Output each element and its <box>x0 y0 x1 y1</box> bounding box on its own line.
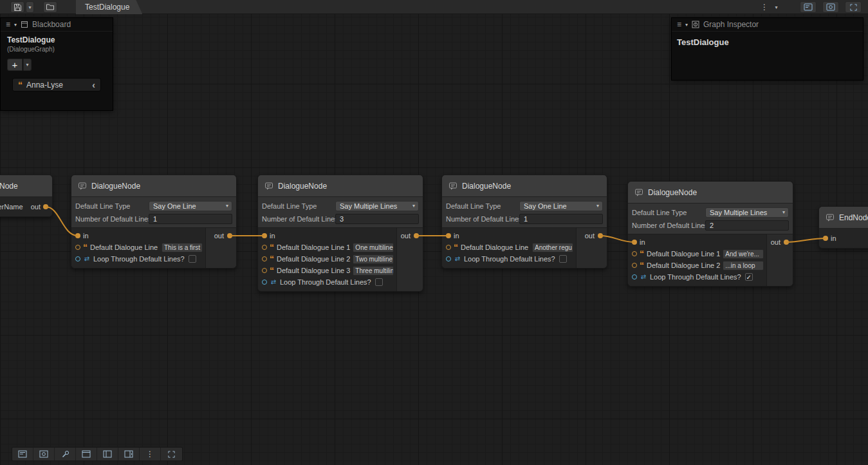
toggle-blackboard-button[interactable] <box>800 1 817 13</box>
dialogue-node-4[interactable]: DialogueNode Default Line Type Say Multi… <box>627 181 793 287</box>
string-port[interactable] <box>262 268 267 273</box>
speaker-node[interactable]: Node kerName out <box>0 175 53 217</box>
property-label: Default Line Type <box>632 209 705 216</box>
loop-checkbox[interactable] <box>189 255 196 263</box>
bool-port[interactable] <box>262 280 267 285</box>
blackboard-graph-type: (DialogueGraph) <box>7 46 106 53</box>
collapse-chevron-icon[interactable]: ▾ <box>14 22 17 28</box>
loop-checkbox[interactable]: ✓ <box>745 273 753 281</box>
minimap-toggle-button[interactable] <box>76 448 97 460</box>
inspector-icon <box>39 450 48 458</box>
tab-testdialogue[interactable]: TestDialogue <box>76 0 142 14</box>
string-port[interactable] <box>632 263 637 268</box>
drag-handle-icon[interactable]: ≡ <box>677 20 681 29</box>
string-port[interactable] <box>632 251 637 256</box>
node-title-bar[interactable]: DialogueNode <box>258 175 423 197</box>
graph-inspector-panel[interactable]: ≡ ▾ Graph Inspector TestDialogue <box>671 17 863 81</box>
board-toggle-button[interactable] <box>97 448 118 460</box>
node-title-bar[interactable]: DialogueNode <box>628 182 793 204</box>
chevron-down-icon: ▾ <box>775 5 777 10</box>
node-title-bar[interactable]: DialogueNode <box>442 175 607 197</box>
output-port[interactable] <box>414 233 419 238</box>
chevron-left-icon[interactable]: ‹ <box>92 82 95 88</box>
inspector-toggle-button[interactable] <box>33 448 55 460</box>
dialogue-node-1[interactable]: DialogueNode Default Line Type Say One L… <box>71 175 237 269</box>
dialogue-line-field[interactable]: ...in a loop <box>723 261 764 270</box>
output-port[interactable] <box>43 204 48 209</box>
toggle-inspector-button[interactable] <box>822 1 839 13</box>
loop-checkbox[interactable] <box>375 278 383 286</box>
line-type-dropdown[interactable]: Say One Line ▾ <box>149 201 232 211</box>
end-node[interactable]: EndNode in <box>818 206 868 249</box>
output-port-row: out <box>397 230 419 242</box>
drag-handle-icon[interactable]: ≡ <box>6 20 10 29</box>
output-port-row: out <box>767 236 789 248</box>
end-node-icon <box>826 213 835 222</box>
node-title-bar[interactable]: DialogueNode <box>71 175 236 197</box>
dialogue-line-field[interactable]: Another regu <box>532 243 573 252</box>
dialogue-line-field[interactable]: And we're... <box>723 249 764 259</box>
fullscreen-button[interactable] <box>161 448 182 460</box>
graph-inspector-header[interactable]: ≡ ▾ Graph Inspector <box>672 18 863 32</box>
node-properties: Default Line Type Say Multiple Lines ▾ N… <box>628 204 793 234</box>
dialogue-node-2[interactable]: DialogueNode Default Line Type Say Multi… <box>257 175 423 292</box>
maximize-window-button[interactable] <box>845 1 862 13</box>
node-title: EndNode <box>839 213 868 222</box>
line-type-dropdown[interactable]: Say Multiple Lines ▾ <box>335 201 419 211</box>
blackboard-header[interactable]: ≡ ▾ Blackboard <box>1 18 113 32</box>
port-label: in <box>454 232 459 240</box>
open-asset-button[interactable] <box>43 1 57 13</box>
add-property-button[interactable]: + <box>7 59 23 71</box>
port-label: kerName <box>0 203 23 211</box>
bool-port[interactable] <box>446 256 451 261</box>
bool-port[interactable] <box>632 274 637 280</box>
dialogue-line-field[interactable]: Three multiline <box>353 266 394 276</box>
string-port[interactable] <box>262 245 267 250</box>
dialogue-line-field[interactable]: Two multiline <box>353 254 394 264</box>
dropdown-value: Say One Line <box>153 202 226 210</box>
input-port[interactable] <box>823 236 828 241</box>
line-count-field[interactable]: 1 <box>149 214 232 224</box>
string-property-icon: “ <box>18 82 23 88</box>
loop-row: ⇄ Loop Through Default Lines? <box>75 253 203 265</box>
save-button[interactable] <box>10 1 24 13</box>
line-count-field[interactable]: 3 <box>335 214 419 224</box>
port-label: in <box>640 238 645 246</box>
input-port[interactable] <box>446 233 451 238</box>
output-port[interactable] <box>598 233 603 238</box>
preferences-button[interactable] <box>55 448 76 460</box>
node-title-bar[interactable]: Node <box>0 175 52 197</box>
line-type-dropdown[interactable]: Say One Line ▾ <box>519 201 603 211</box>
dialogue-line-field[interactable]: This is a first <box>162 243 203 252</box>
input-port[interactable] <box>632 240 637 245</box>
dialogue-node-3[interactable]: DialogueNode Default Line Type Say One L… <box>441 175 607 269</box>
more-options-button[interactable]: ⋮ <box>140 448 161 460</box>
blackboard-toggle-button[interactable] <box>12 448 33 460</box>
input-port[interactable] <box>75 233 80 238</box>
blackboard-panel[interactable]: ≡ ▾ Blackboard TestDialogue (DialogueGra… <box>0 17 113 111</box>
save-options-dropdown[interactable]: ▾ <box>26 1 34 13</box>
string-port[interactable] <box>446 245 451 250</box>
dialogue-node-icon <box>264 182 273 191</box>
output-port[interactable] <box>227 233 232 238</box>
graph-editor-canvas[interactable]: ▾ TestDialogue ⋮ ▾ <box>0 0 868 465</box>
output-port[interactable] <box>784 240 789 245</box>
add-property-dropdown[interactable]: ▾ <box>23 59 32 71</box>
toolbar-more-dropdown[interactable]: ▾ <box>772 1 780 13</box>
output-port-row: out <box>577 230 603 242</box>
loop-checkbox[interactable] <box>559 255 567 263</box>
line-count-field[interactable]: 2 <box>705 220 789 231</box>
dialogue-line-field[interactable]: One multiline <box>353 243 394 252</box>
toolbar-more-button[interactable]: ⋮ <box>757 1 771 13</box>
string-port[interactable] <box>75 245 80 250</box>
line-count-field[interactable]: 1 <box>519 214 603 224</box>
input-port[interactable] <box>262 233 267 238</box>
panel-toggle-button[interactable] <box>118 448 140 460</box>
string-property-icon: “ <box>270 245 274 250</box>
string-port[interactable] <box>262 256 267 261</box>
line-type-dropdown[interactable]: Say Multiple Lines ▾ <box>705 207 789 218</box>
node-title-bar[interactable]: EndNode <box>819 207 868 229</box>
bool-port[interactable] <box>75 256 80 261</box>
collapse-chevron-icon[interactable]: ▾ <box>685 22 688 28</box>
blackboard-field-anna-lyse[interactable]: “ Anna-Lyse ‹ <box>12 78 101 91</box>
